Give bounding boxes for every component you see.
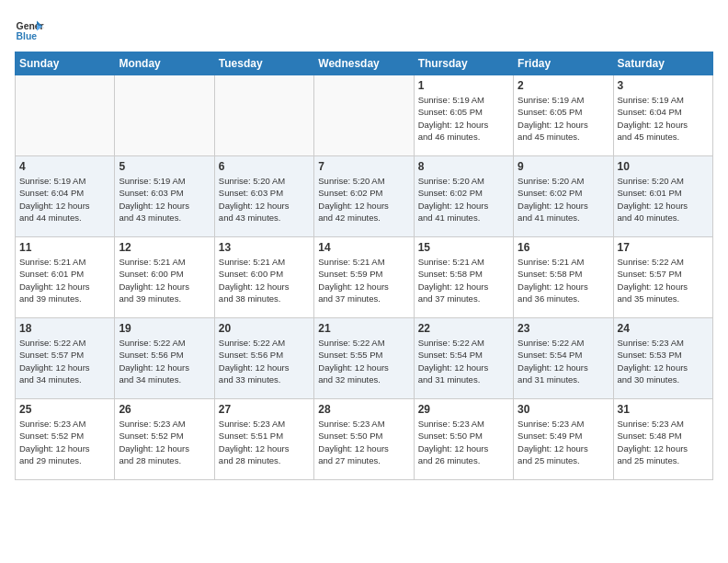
header-saturday: Saturday [613,52,712,75]
day-info: Sunrise: 5:21 AM Sunset: 5:58 PM Dayligh… [518,256,609,304]
day-info: Sunrise: 5:22 AM Sunset: 5:57 PM Dayligh… [618,256,709,304]
day-info: Sunrise: 5:21 AM Sunset: 6:00 PM Dayligh… [119,256,210,304]
day-number: 7 [318,160,409,173]
day-number: 12 [119,241,210,254]
day-cell: 9Sunrise: 5:20 AM Sunset: 6:02 PM Daylig… [514,156,613,237]
day-info: Sunrise: 5:20 AM Sunset: 6:03 PM Dayligh… [219,175,310,224]
header-tuesday: Tuesday [214,52,313,75]
day-info: Sunrise: 5:20 AM Sunset: 6:02 PM Dayligh… [418,175,509,224]
day-number: 8 [418,160,509,173]
day-cell: 23Sunrise: 5:22 AM Sunset: 5:54 PM Dayli… [514,318,613,399]
day-info: Sunrise: 5:22 AM Sunset: 5:56 PM Dayligh… [119,337,210,385]
day-number: 16 [518,241,609,254]
day-info: Sunrise: 5:21 AM Sunset: 6:01 PM Dayligh… [19,256,110,304]
day-cell: 24Sunrise: 5:23 AM Sunset: 5:53 PM Dayli… [613,318,712,399]
day-cell: 28Sunrise: 5:23 AM Sunset: 5:50 PM Dayli… [314,399,414,480]
day-number: 30 [518,403,609,416]
day-number: 23 [518,322,609,335]
page-header: General Blue [15,15,713,44]
day-cell: 5Sunrise: 5:19 AM Sunset: 6:03 PM Daylig… [115,156,214,237]
day-number: 13 [219,241,310,254]
day-info: Sunrise: 5:23 AM Sunset: 5:51 PM Dayligh… [219,418,310,466]
day-info: Sunrise: 5:19 AM Sunset: 6:05 PM Dayligh… [418,94,509,143]
day-info: Sunrise: 5:22 AM Sunset: 5:55 PM Dayligh… [318,337,409,385]
day-cell: 6Sunrise: 5:20 AM Sunset: 6:03 PM Daylig… [214,156,313,237]
day-number: 20 [219,322,310,335]
logo: General Blue [15,15,44,44]
day-cell: 4Sunrise: 5:19 AM Sunset: 6:04 PM Daylig… [16,156,115,237]
day-cell: 18Sunrise: 5:22 AM Sunset: 5:57 PM Dayli… [16,318,115,399]
day-number: 17 [618,241,709,254]
day-info: Sunrise: 5:20 AM Sunset: 6:02 PM Dayligh… [318,175,409,224]
day-number: 4 [19,160,110,173]
day-cell: 12Sunrise: 5:21 AM Sunset: 6:00 PM Dayli… [115,237,214,318]
day-number: 11 [19,241,110,254]
day-info: Sunrise: 5:22 AM Sunset: 5:56 PM Dayligh… [219,337,310,385]
day-cell: 14Sunrise: 5:21 AM Sunset: 5:59 PM Dayli… [314,237,414,318]
week-row-3: 11Sunrise: 5:21 AM Sunset: 6:01 PM Dayli… [16,237,713,318]
day-info: Sunrise: 5:21 AM Sunset: 6:00 PM Dayligh… [219,256,310,304]
day-cell: 19Sunrise: 5:22 AM Sunset: 5:56 PM Dayli… [115,318,214,399]
header-row: SundayMondayTuesdayWednesdayThursdayFrid… [16,52,713,75]
day-cell: 3Sunrise: 5:19 AM Sunset: 6:04 PM Daylig… [613,75,712,156]
day-number: 27 [219,403,310,416]
logo-icon: General Blue [15,15,44,44]
day-cell: 17Sunrise: 5:22 AM Sunset: 5:57 PM Dayli… [613,237,712,318]
day-info: Sunrise: 5:21 AM Sunset: 5:58 PM Dayligh… [418,256,509,304]
day-cell: 21Sunrise: 5:22 AM Sunset: 5:55 PM Dayli… [314,318,414,399]
day-number: 22 [418,322,509,335]
day-number: 18 [19,322,110,335]
day-info: Sunrise: 5:20 AM Sunset: 6:01 PM Dayligh… [618,175,709,224]
day-number: 3 [618,79,709,92]
day-number: 2 [518,79,609,92]
day-info: Sunrise: 5:23 AM Sunset: 5:52 PM Dayligh… [19,418,110,466]
day-number: 1 [418,79,509,92]
day-info: Sunrise: 5:23 AM Sunset: 5:49 PM Dayligh… [518,418,609,466]
header-sunday: Sunday [16,52,115,75]
day-cell: 22Sunrise: 5:22 AM Sunset: 5:54 PM Dayli… [414,318,513,399]
day-info: Sunrise: 5:19 AM Sunset: 6:04 PM Dayligh… [618,94,709,143]
day-cell: 2Sunrise: 5:19 AM Sunset: 6:05 PM Daylig… [514,75,613,156]
day-cell: 13Sunrise: 5:21 AM Sunset: 6:00 PM Dayli… [214,237,313,318]
day-cell: 15Sunrise: 5:21 AM Sunset: 5:58 PM Dayli… [414,237,513,318]
day-info: Sunrise: 5:23 AM Sunset: 5:48 PM Dayligh… [618,418,709,466]
day-number: 29 [418,403,509,416]
svg-text:Blue: Blue [17,31,38,41]
day-number: 5 [119,160,210,173]
day-info: Sunrise: 5:19 AM Sunset: 6:04 PM Dayligh… [19,175,110,224]
day-info: Sunrise: 5:23 AM Sunset: 5:53 PM Dayligh… [618,337,709,385]
header-thursday: Thursday [414,52,513,75]
day-info: Sunrise: 5:22 AM Sunset: 5:54 PM Dayligh… [518,337,609,385]
day-info: Sunrise: 5:23 AM Sunset: 5:50 PM Dayligh… [418,418,509,466]
day-cell: 16Sunrise: 5:21 AM Sunset: 5:58 PM Dayli… [514,237,613,318]
day-number: 10 [618,160,709,173]
day-number: 21 [318,322,409,335]
day-cell: 20Sunrise: 5:22 AM Sunset: 5:56 PM Dayli… [214,318,313,399]
day-number: 9 [518,160,609,173]
day-info: Sunrise: 5:23 AM Sunset: 5:50 PM Dayligh… [318,418,409,466]
header-wednesday: Wednesday [314,52,414,75]
day-number: 31 [618,403,709,416]
day-number: 24 [618,322,709,335]
day-cell: 29Sunrise: 5:23 AM Sunset: 5:50 PM Dayli… [414,399,513,480]
week-row-4: 18Sunrise: 5:22 AM Sunset: 5:57 PM Dayli… [16,318,713,399]
day-cell: 31Sunrise: 5:23 AM Sunset: 5:48 PM Dayli… [613,399,712,480]
day-cell: 26Sunrise: 5:23 AM Sunset: 5:52 PM Dayli… [115,399,214,480]
header-monday: Monday [115,52,214,75]
day-info: Sunrise: 5:22 AM Sunset: 5:57 PM Dayligh… [19,337,110,385]
day-cell [214,75,313,156]
day-number: 28 [318,403,409,416]
day-number: 26 [119,403,210,416]
day-number: 25 [19,403,110,416]
day-cell: 8Sunrise: 5:20 AM Sunset: 6:02 PM Daylig… [414,156,513,237]
day-cell: 1Sunrise: 5:19 AM Sunset: 6:05 PM Daylig… [414,75,513,156]
day-cell: 7Sunrise: 5:20 AM Sunset: 6:02 PM Daylig… [314,156,414,237]
day-info: Sunrise: 5:21 AM Sunset: 5:59 PM Dayligh… [318,256,409,304]
day-cell: 10Sunrise: 5:20 AM Sunset: 6:01 PM Dayli… [613,156,712,237]
day-number: 14 [318,241,409,254]
calendar-table: SundayMondayTuesdayWednesdayThursdayFrid… [15,52,713,480]
week-row-5: 25Sunrise: 5:23 AM Sunset: 5:52 PM Dayli… [16,399,713,480]
day-info: Sunrise: 5:19 AM Sunset: 6:03 PM Dayligh… [119,175,210,224]
day-info: Sunrise: 5:22 AM Sunset: 5:54 PM Dayligh… [418,337,509,385]
day-cell [16,75,115,156]
